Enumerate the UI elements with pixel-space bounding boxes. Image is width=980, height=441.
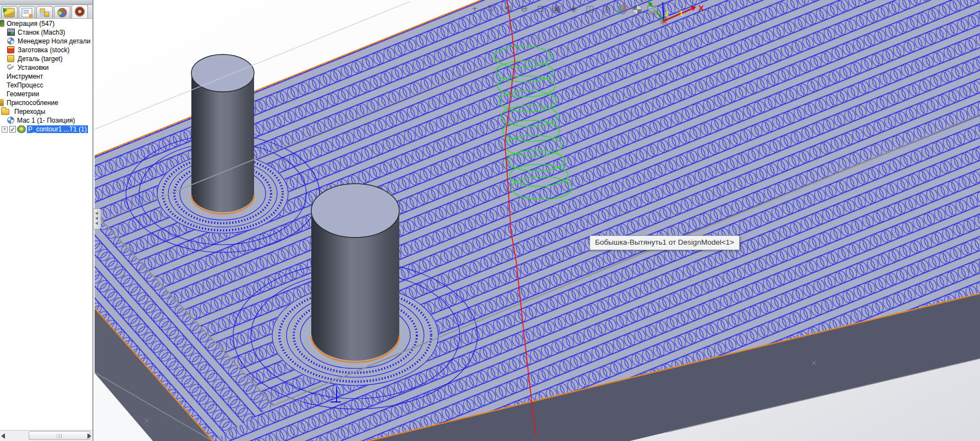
featuremanager-tab[interactable] [1, 6, 18, 18]
featuremanager-icon [4, 8, 15, 17]
tree-item-label: Операция (547) [7, 20, 54, 27]
tree-item[interactable]: ТехПроцесс [0, 81, 91, 90]
expand-toggle[interactable]: + [2, 126, 8, 133]
tree-item[interactable]: Операция (547) [0, 19, 91, 28]
origin-icon [7, 117, 14, 124]
hide-show-items-icon[interactable]: ◎ [601, 3, 612, 15]
origin-icon [7, 37, 14, 45]
cs-number-label: 1 [679, 9, 683, 17]
scroll-right-arrow[interactable] [87, 433, 91, 439]
tree-item[interactable]: Станок (Mach3) [0, 28, 91, 37]
propertymanager-icon [22, 8, 32, 17]
tree-item[interactable]: Приспособление [0, 98, 91, 107]
tree-item-label: Приспособление [7, 99, 58, 107]
boss-cylinder-1[interactable] [191, 54, 254, 214]
tree-item[interactable]: Деталь (target) [0, 54, 91, 63]
application-window: X 1 1 +↻⟲⊖⊡▣◈◫◎ Бобышка-Вытянуть1 от Des… [0, 0, 980, 441]
tree-item-label: ТехПроцесс [7, 81, 43, 89]
tree-item[interactable]: Установки [0, 63, 91, 72]
scroll-left-arrow[interactable] [1, 433, 5, 439]
machine-icon [7, 29, 15, 36]
tree-item-label: Геометрии [7, 90, 39, 98]
wrench-icon [7, 64, 15, 71]
tree-item-label: Менеджер Ноля детали [18, 37, 90, 45]
feature-tree-panel: Операция (547)Станок (Mach3)Менеджер Нол… [0, 0, 93, 441]
dimxpertmanager-tab[interactable] [54, 6, 70, 18]
propertymanager-tab[interactable] [19, 6, 35, 18]
tree-item[interactable]: Менеджер Ноля детали [0, 37, 91, 46]
zoom-out-icon[interactable]: ⊖ [519, 3, 530, 15]
display-style-icon[interactable]: ◫ [585, 3, 596, 15]
zoom-fit-icon[interactable]: ⊡ [535, 3, 546, 15]
apply-scene-icon[interactable] [618, 5, 627, 14]
horizontal-scrollbar[interactable] [0, 430, 92, 441]
section-view-icon[interactable]: ▣ [552, 3, 563, 15]
cam-tool-icon [75, 7, 85, 16]
tree-item[interactable]: Переходы [0, 107, 91, 116]
operation-icon [0, 20, 4, 27]
spin-view-icon[interactable]: ⟲ [502, 3, 513, 15]
cs-number-label: 1 [665, 10, 669, 18]
collapse-arrow-icon [95, 217, 98, 220]
configurationmanager-icon [40, 8, 49, 16]
tree-item-label: Заготовка (stock) [18, 46, 69, 54]
tree-item-label: Установки [18, 64, 48, 71]
x-axis-label: X [698, 3, 704, 13]
tree-item-label: Мас 1 (1- Позиция) [17, 117, 75, 124]
motion-study-icon[interactable] [632, 5, 642, 14]
camera-icon[interactable] [647, 5, 658, 14]
rotate-view-icon[interactable]: ↻ [486, 3, 497, 15]
part-icon [7, 55, 14, 62]
heads-up-view-toolbar: +↻⟲⊖⊡▣◈◫◎ [469, 3, 658, 15]
scrollbar-thumb[interactable] [29, 431, 90, 440]
tree-item[interactable]: Мас 1 (1- Позиция) [0, 116, 91, 125]
checkbox[interactable]: ✓ [9, 126, 16, 133]
panel-tab-bar [0, 5, 92, 19]
configurationmanager-tab[interactable] [36, 6, 53, 18]
tree-item[interactable]: Инструмент [0, 72, 91, 81]
tree-item-label: Деталь (target) [18, 55, 63, 63]
camjob-icon [17, 125, 26, 133]
tree-item-label: Переходы [14, 108, 45, 115]
tree-item-label: Станок (Mach3) [18, 29, 65, 36]
feature-tooltip: Бобышка-Вытянуть1 от DesignModel<1> [590, 235, 740, 250]
cam-tree-tab[interactable] [71, 4, 88, 18]
cam-operation-tree: Операция (547)Станок (Mach3)Менеджер Нол… [0, 19, 91, 429]
view-orientation-icon[interactable]: ◈ [568, 3, 579, 15]
tree-item[interactable]: Геометрии [0, 90, 91, 98]
boss-cylinder-2[interactable] [311, 184, 399, 362]
tree-item[interactable]: Заготовка (stock) [0, 46, 91, 54]
tree-item-label: P_contour1 ...T1 (1) [27, 125, 88, 133]
tree-item-label: Инструмент [7, 73, 43, 80]
graphics-viewport[interactable]: X 1 1 [95, 0, 980, 441]
folder-icon [1, 109, 9, 115]
collapse-arrow-icon [95, 222, 98, 225]
tree-item[interactable]: +✓P_contour1 ...T1 (1) [0, 125, 91, 134]
stock-icon [7, 46, 14, 53]
collapse-arrow-icon [95, 212, 98, 215]
model-scene: X 1 1 [95, 0, 980, 441]
panel-collapse-handle[interactable] [93, 208, 101, 229]
fixture-icon [0, 99, 4, 106]
dimxpertmanager-icon [58, 8, 67, 17]
pan-icon[interactable]: + [469, 3, 480, 15]
